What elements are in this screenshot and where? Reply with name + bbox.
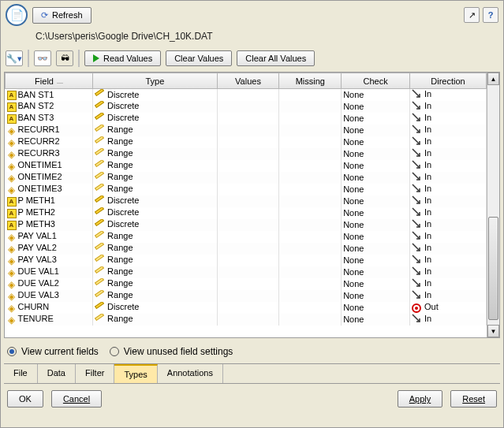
field-name: P METH1 — [18, 195, 55, 205]
svg-line-6 — [413, 161, 420, 168]
apply-button[interactable]: Apply — [398, 390, 443, 408]
table-row[interactable]: AP METH3DiscreteNoneIn — [6, 219, 487, 231]
wrench-icon[interactable]: 🔧▾ — [6, 50, 23, 66]
refresh-icon: ⟳ — [41, 10, 48, 20]
missing-cell — [279, 278, 342, 290]
clear-all-values-button[interactable]: Clear All Values — [237, 50, 315, 66]
glasses-icon[interactable]: 👓 — [34, 50, 51, 66]
popout-icon[interactable]: ↗ — [464, 7, 480, 23]
type-label: Discrete — [107, 90, 139, 99]
vertical-scrollbar[interactable]: ▲ ▼ — [487, 73, 499, 337]
table-row[interactable]: ◈ONETIME1RangeNoneIn — [6, 160, 487, 172]
check-cell: None — [342, 136, 410, 148]
direction-in-icon — [412, 101, 421, 112]
table-row[interactable]: ◈ONETIME2RangeNoneIn — [6, 172, 487, 184]
col-type[interactable]: Type — [93, 73, 218, 89]
direction-in-icon — [412, 172, 421, 183]
scroll-up-button[interactable]: ▲ — [487, 73, 499, 85]
view-current-radio[interactable]: View current fields — [7, 346, 99, 357]
numeric-field-icon: ◈ — [7, 162, 17, 171]
radio-icon — [110, 347, 119, 356]
cancel-button[interactable]: Cancel — [51, 390, 102, 408]
direction-label: In — [424, 255, 431, 264]
table-row[interactable]: ◈DUE VAL3RangeNoneIn — [6, 290, 487, 302]
sunglasses-icon[interactable]: 🕶 — [56, 50, 73, 66]
numeric-field-icon: ◈ — [7, 233, 17, 242]
table-row[interactable]: ABAN ST2DiscreteNoneIn — [6, 101, 487, 113]
table-row[interactable]: ABAN ST1DiscreteNoneIn — [6, 89, 487, 101]
svg-line-0 — [413, 90, 420, 97]
svg-line-9 — [413, 196, 420, 203]
table-row[interactable]: AP METH1DiscreteNoneIn — [6, 195, 487, 207]
check-cell: None — [342, 207, 410, 219]
col-field[interactable]: Field— — [6, 73, 93, 89]
numeric-field-icon: ◈ — [7, 185, 17, 195]
table-row[interactable]: ABAN ST3DiscreteNoneIn — [6, 113, 487, 125]
col-direction[interactable]: Direction — [410, 73, 487, 89]
fields-table: Field— Type Values Missing Check Directi… — [4, 72, 500, 338]
table-row[interactable]: AP METH2DiscreteNoneIn — [6, 207, 487, 219]
type-label: Range — [107, 148, 133, 158]
check-cell: None — [342, 125, 410, 136]
col-values[interactable]: Values — [217, 73, 279, 89]
direction-label: In — [424, 125, 431, 134]
col-missing[interactable]: Missing — [279, 73, 342, 89]
table-row[interactable]: ◈RECURR3RangeNoneIn — [6, 148, 487, 160]
numeric-field-icon: ◈ — [7, 173, 17, 183]
read-values-label: Read Values — [103, 54, 152, 63]
numeric-field-icon: ◈ — [7, 268, 17, 277]
scroll-thumb[interactable] — [488, 217, 498, 320]
values-cell — [217, 136, 279, 148]
play-icon — [93, 54, 99, 62]
direction-in-icon — [412, 160, 421, 171]
direction-label: In — [424, 160, 431, 169]
type-label: Range — [107, 255, 133, 264]
table-row[interactable]: ◈CHURNDiscreteNoneOut — [6, 302, 487, 314]
tab-filter[interactable]: Filter — [76, 364, 114, 383]
col-check[interactable]: Check — [342, 73, 410, 89]
type-label: Range — [107, 266, 133, 276]
missing-cell — [279, 172, 342, 184]
missing-cell — [279, 314, 342, 326]
clear-values-button[interactable]: Clear Values — [166, 50, 232, 66]
type-label: Range — [107, 243, 133, 252]
check-cell: None — [342, 160, 410, 172]
direction-in-icon — [412, 266, 421, 277]
range-type-icon — [95, 138, 104, 147]
table-row[interactable]: ◈RECURR1RangeNoneIn — [6, 125, 487, 136]
field-name: ONETIME1 — [18, 160, 62, 169]
tab-types[interactable]: Types — [114, 364, 157, 383]
read-values-button[interactable]: Read Values — [84, 50, 161, 66]
help-icon[interactable]: ? — [483, 7, 498, 23]
direction-label: In — [424, 184, 431, 193]
scroll-down-button[interactable]: ▼ — [487, 325, 499, 337]
table-row[interactable]: ◈PAY VAL1RangeNoneIn — [6, 231, 487, 243]
ok-button[interactable]: OK — [7, 390, 43, 408]
field-name: CHURN — [18, 302, 50, 311]
table-row[interactable]: ◈PAY VAL2RangeNoneIn — [6, 243, 487, 255]
view-unused-radio[interactable]: View unused field settings — [110, 346, 233, 357]
missing-cell — [279, 113, 342, 125]
discrete-type-icon — [95, 102, 104, 112]
table-row[interactable]: ◈DUE VAL2RangeNoneIn — [6, 278, 487, 290]
missing-cell — [279, 207, 342, 219]
table-row[interactable]: ◈DUE VAL1RangeNoneIn — [6, 266, 487, 278]
svg-line-17 — [413, 291, 420, 298]
check-cell: None — [342, 243, 410, 255]
values-cell — [217, 302, 279, 314]
reset-button[interactable]: Reset — [450, 390, 497, 408]
range-type-icon — [95, 280, 104, 289]
tab-data[interactable]: Data — [38, 364, 76, 383]
table-row[interactable]: ◈TENURERangeNoneIn — [6, 314, 487, 326]
table-row[interactable]: ◈RECURR2RangeNoneIn — [6, 136, 487, 148]
refresh-button[interactable]: ⟳ Refresh — [32, 7, 91, 24]
missing-cell — [279, 219, 342, 231]
table-row[interactable]: ◈ONETIME3RangeNoneIn — [6, 184, 487, 195]
type-label: Discrete — [107, 195, 139, 205]
type-label: Range — [107, 160, 133, 169]
tab-annotations[interactable]: Annotations — [158, 364, 223, 383]
tab-file[interactable]: File — [4, 364, 38, 383]
direction-label: In — [424, 148, 431, 158]
table-row[interactable]: ◈PAY VAL3RangeNoneIn — [6, 255, 487, 266]
type-label: Range — [107, 290, 133, 300]
